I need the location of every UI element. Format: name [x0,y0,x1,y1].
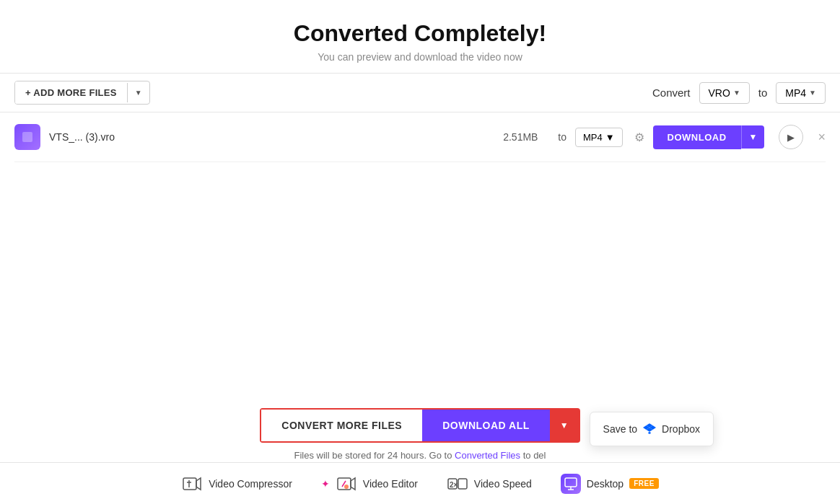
file-size: 2.51MB [491,131,549,143]
files-info-text: Files will be stored for 24 hours. Go to [294,450,455,461]
tool-video-speed[interactable]: 2× Video Speed [447,473,532,495]
file-icon-inner [22,132,32,142]
tool-desktop[interactable]: Desktop FREE [561,474,659,494]
desktop-icon [561,474,581,494]
header: Converted Completely! You can preview an… [0,0,840,73]
bottom-buttons: CONVERT MORE FILES DOWNLOAD ALL ▼ [260,408,579,443]
to-label: to [758,87,768,99]
svg-point-4 [344,485,349,489]
add-files-main-button[interactable]: + ADD MORE FILES [15,81,127,104]
page-wrapper: Converted Completely! You can preview an… [0,0,840,504]
dropbox-icon [643,421,656,437]
from-format-caret: ▼ [733,89,740,97]
file-format-caret: ▼ [605,132,615,143]
table-row: VTS_... (3).vro 2.51MB to MP4 ▼ ⚙ DOWNLO… [14,112,826,162]
to-format-caret: ▼ [809,89,816,97]
file-to-label: to [558,131,566,143]
svg-rect-6 [458,479,467,489]
from-format-select[interactable]: VRO ▼ [699,82,750,104]
download-button-group: DOWNLOAD ▼ [653,125,765,149]
file-format-picker[interactable]: MP4 ▼ [575,128,623,147]
from-format-value: VRO [709,87,730,99]
svg-rect-8 [565,478,577,487]
sparkle-icon: ✦ [321,478,330,490]
play-button[interactable]: ▶ [779,125,803,149]
converted-files-link[interactable]: Converted Files [455,450,520,461]
file-name: VTS_... (3).vro [49,131,483,143]
video-speed-label: Video Speed [474,478,532,490]
svg-text:2×: 2× [450,481,458,489]
files-info-text2: to del [520,450,546,461]
toolbar: + ADD MORE FILES ▼ Convert VRO ▼ to MP4 … [0,73,840,112]
download-all-group: DOWNLOAD ALL ▼ [422,410,578,441]
bottom-area: CONVERT MORE FILES DOWNLOAD ALL ▼ Files … [0,408,840,461]
svg-rect-0 [183,478,196,490]
file-icon [14,124,40,150]
page-subtitle: You can preview and download the video n… [0,51,840,63]
video-compressor-label: Video Compressor [209,478,292,490]
download-dropdown-button[interactable]: ▼ [741,125,765,149]
file-format-value: MP4 [583,132,603,143]
to-format-select[interactable]: MP4 ▼ [776,82,826,104]
desktop-label: Desktop [587,478,624,490]
to-format-value: MP4 [785,87,806,99]
download-all-button[interactable]: DOWNLOAD ALL [422,410,550,441]
download-all-dropdown-button[interactable]: ▼ [550,410,579,441]
free-badge: FREE [629,478,659,489]
page-title: Converted Completely! [0,20,840,47]
dropbox-tooltip[interactable]: Save to Dropbox [590,412,714,446]
file-list: VTS_... (3).vro 2.51MB to MP4 ▼ ⚙ DOWNLO… [0,112,840,162]
download-main-button[interactable]: DOWNLOAD [653,125,741,149]
close-button[interactable]: × [818,131,826,143]
dropbox-service-label: Dropbox [662,423,700,435]
convert-more-button[interactable]: CONVERT MORE FILES [261,410,422,441]
add-files-dropdown-button[interactable]: ▼ [127,83,149,102]
video-speed-icon: 2× [447,473,468,495]
video-editor-label: Video Editor [363,478,418,490]
convert-label: Convert [652,87,691,99]
settings-icon[interactable]: ⚙ [634,131,644,144]
files-info: Files will be stored for 24 hours. Go to… [294,450,546,461]
bottom-tools: Video Compressor ✦ Video Editor [0,462,840,504]
video-compressor-icon [181,473,203,495]
dropbox-save-label: Save to [603,423,637,435]
tool-video-editor[interactable]: ✦ Video Editor [321,473,418,495]
add-files-button[interactable]: + ADD MORE FILES ▼ [14,81,150,105]
tool-video-compressor[interactable]: Video Compressor [181,473,292,495]
video-editor-icon [336,473,357,495]
